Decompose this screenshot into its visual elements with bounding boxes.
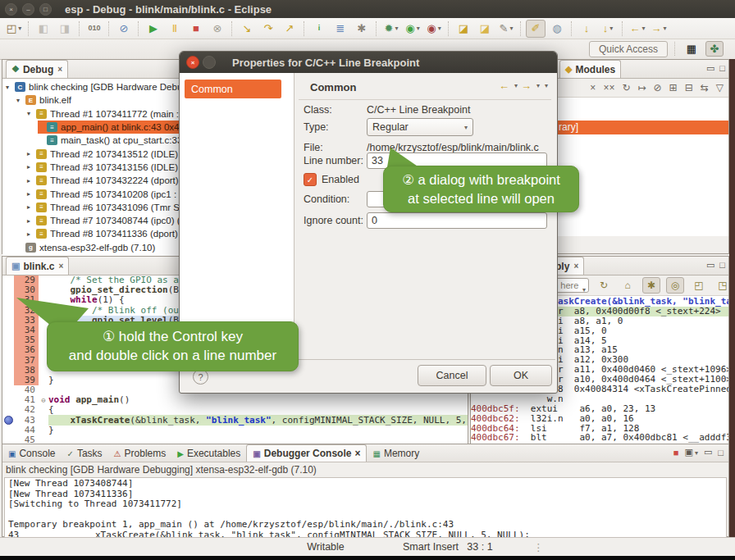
view-menu-icon[interactable]: ▾	[545, 82, 548, 89]
tab-debugger-console[interactable]: ▣Debugger Console×	[246, 444, 367, 462]
enabled-checkbox-icon[interactable]: ✓	[304, 173, 317, 186]
editor-annotation-ruler[interactable]	[2, 335, 14, 345]
debug-tree-row[interactable]: ▸≡Thread #4 1073432224 (dport) (Sus	[2, 174, 186, 187]
disconnect-icon[interactable]: ⊗	[208, 20, 227, 38]
tab-debug[interactable]: ❖ Debug ×	[6, 60, 68, 78]
use-step-filters-icon[interactable]: ✱	[352, 20, 372, 38]
dropdown-caret-icon[interactable]: ▾	[663, 25, 666, 32]
view-menu-icon[interactable]: ▽	[716, 82, 724, 93]
marker-icon[interactable]: ✎▾	[496, 20, 516, 38]
back-icon[interactable]: ←	[499, 80, 509, 92]
quick-access-button[interactable]: Quick Access	[589, 41, 668, 57]
back-icon[interactable]: ←▾	[628, 20, 647, 38]
tree-expander-icon[interactable]: ▸	[27, 217, 36, 225]
forward-icon[interactable]: →▾	[649, 20, 669, 38]
debug-tree-row[interactable]: ▾Eblink.elf	[2, 93, 186, 107]
display-console-icon[interactable]: ▣▾	[685, 447, 698, 458]
tab-tasks[interactable]: ✓Tasks	[61, 445, 107, 462]
debug-tree-row[interactable]: gxtensa-esp32-elf-gdb (7.10)	[2, 241, 186, 254]
tab-modules[interactable]: ◆ Modules	[559, 60, 621, 78]
editor-annotation-ruler[interactable]	[2, 285, 14, 295]
step-over-icon[interactable]: ↷	[258, 20, 278, 38]
editor-annotation-ruler[interactable]	[2, 316, 14, 326]
step-into-icon[interactable]: ↘	[237, 20, 257, 38]
tree-expander-icon[interactable]: ▸	[27, 163, 36, 171]
save-icon[interactable]: ◧	[34, 20, 53, 38]
link-with-debug-icon[interactable]: ⇆	[701, 82, 709, 93]
editor-annotation-ruler[interactable]	[2, 326, 14, 335]
minimize-view-icon[interactable]: ▭	[704, 447, 712, 458]
dialog-menu-icon[interactable]	[203, 56, 216, 69]
window-close-icon[interactable]: ×	[5, 3, 17, 16]
goto-file-icon[interactable]: ↦	[637, 82, 646, 93]
editor-line[interactable]: 44}	[2, 426, 468, 435]
minimize-view-icon[interactable]: ▭	[706, 260, 714, 271]
open-new-view-icon[interactable]: ◰	[690, 277, 708, 294]
breakpoint-marker-icon[interactable]	[4, 416, 13, 425]
editor-annotation-ruler[interactable]	[2, 416, 14, 426]
remove-icon[interactable]: ×	[590, 82, 596, 93]
expand-all-icon[interactable]: ⊞	[669, 82, 678, 93]
debug-tree-row[interactable]: ≡app_main() at blink.c:43 0x400db	[38, 121, 186, 134]
dialog-close-icon[interactable]: ×	[186, 56, 199, 69]
editor-annotation-ruler[interactable]	[2, 295, 14, 305]
enabled-checkbox-row[interactable]: ✓ Enabled	[304, 173, 359, 186]
line-number[interactable]: 43	[14, 416, 39, 426]
tab-debug-close-icon[interactable]: ×	[57, 65, 62, 74]
collapse-all-icon[interactable]: ⊟	[685, 82, 693, 93]
tab-executables[interactable]: ▶Executables	[171, 445, 246, 462]
ignore-count-input[interactable]	[367, 212, 547, 229]
editor-annotation-ruler[interactable]	[2, 395, 14, 405]
tree-expander-icon[interactable]: ▸	[27, 150, 36, 157]
new-wizard-icon[interactable]: ◰▾	[4, 20, 24, 38]
ok-button[interactable]: OK	[490, 365, 552, 386]
show-annotations-icon[interactable]: ◍	[547, 20, 567, 38]
goto-last-edit-icon[interactable]: ↓▾	[598, 20, 618, 38]
sidebar-item-common[interactable]: Common	[185, 80, 281, 98]
debug-tree-row[interactable]: ▸≡Thread #3 1073413156 (IDLE) (Susp	[2, 161, 186, 174]
track-expression-icon[interactable]: ◎	[666, 277, 684, 294]
editor-line[interactable]: 41⊖void app_main()	[2, 395, 468, 405]
editor-annotation-ruler[interactable]	[2, 385, 14, 395]
line-number[interactable]: 37	[14, 356, 39, 366]
dropdown-caret-icon[interactable]: ▾	[509, 25, 513, 32]
debug-config-icon[interactable]: ✹▾	[381, 20, 401, 38]
home-icon[interactable]: ⌂	[619, 277, 637, 294]
maximize-view-icon[interactable]: □	[718, 448, 724, 458]
last-edit-location-icon[interactable]: ↓	[577, 20, 596, 38]
back-caret-icon[interactable]: ▾	[514, 82, 518, 89]
editor-annotation-ruler[interactable]	[2, 366, 14, 376]
tree-expander-icon[interactable]: ▸	[27, 203, 36, 211]
tab-blink-c[interactable]: ▣ blink.c ×	[6, 257, 69, 275]
debug-tree-row[interactable]: ▸≡Thread #2 1073413512 (IDLE) (Susp	[2, 147, 186, 160]
external-tools-icon[interactable]: ◉▾	[424, 20, 444, 38]
minimize-view-icon[interactable]: ▭	[706, 63, 714, 74]
maximize-view-icon[interactable]: □	[719, 63, 725, 74]
maximize-view-icon[interactable]: □	[719, 260, 725, 271]
dropdown-caret-icon[interactable]: ▾	[417, 25, 420, 32]
tab-memory[interactable]: ▦Memory	[367, 445, 425, 462]
tree-expander-icon[interactable]: ▸	[27, 190, 36, 198]
tree-expander-icon[interactable]: ▸	[27, 230, 36, 238]
show-source-icon[interactable]: ✱	[642, 277, 660, 294]
editor-annotation-ruler[interactable]	[2, 356, 14, 366]
type-dropdown[interactable]: Regular ▾	[367, 118, 473, 136]
editor-annotation-ruler[interactable]	[2, 345, 14, 355]
debug-tree-row[interactable]: ▸≡Thread #7 1073408744 (ipc0) (Susp	[2, 214, 186, 227]
run-icon[interactable]: ◉▾	[403, 20, 422, 38]
dropdown-caret-icon[interactable]: ▾	[641, 25, 645, 32]
show-logical-structure-icon[interactable]: ≣	[331, 20, 350, 38]
terminate-console-icon[interactable]: ■	[673, 448, 679, 458]
dropdown-caret-icon[interactable]: ▾	[395, 25, 398, 32]
save-all-icon[interactable]: ◨	[55, 20, 75, 38]
mark-occurrences-icon[interactable]: ✐	[526, 20, 546, 38]
debug-tree-row[interactable]: ▾Cblink checking [GDB Hardware Debug	[2, 80, 186, 93]
editor-annotation-ruler[interactable]	[2, 405, 14, 415]
step-return-icon[interactable]: ↗	[280, 20, 299, 38]
combo-caret-icon[interactable]: ▾	[582, 283, 586, 293]
tab-blink-c-close-icon[interactable]: ×	[58, 262, 63, 271]
forward-icon[interactable]: →	[521, 80, 532, 92]
line-number[interactable]: 42	[14, 405, 39, 415]
debugger-console-output[interactable]: [New Thread 1073408744][New Thread 10734…	[4, 477, 727, 539]
debug-tree-row[interactable]: ▸≡Thread #6 1073431096 (Tmr Svc) (S	[2, 201, 186, 214]
